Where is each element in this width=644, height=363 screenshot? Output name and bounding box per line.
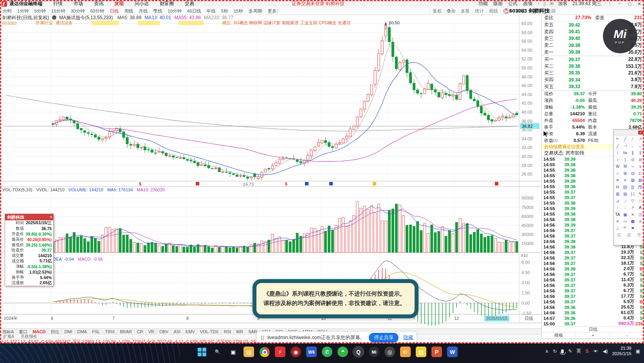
pen-icon[interactable]: ✎ xyxy=(568,348,572,354)
drawing-tool-icon[interactable]: ⊙ xyxy=(629,156,637,163)
login-notice[interactable]: 证券交易未登录 剑桥科技 xyxy=(292,0,345,7)
period-日线[interactable]: 日线 xyxy=(107,8,121,14)
menu-item-资讯[interactable]: 资讯 xyxy=(88,0,109,7)
indicator-tab-RSI[interactable]: RSI xyxy=(221,329,233,334)
tray-clock[interactable]: 21:392025/1/15 xyxy=(612,346,631,357)
drawing-tool-icon[interactable]: ▦ xyxy=(621,211,629,218)
concept-list[interactable]: 5G概念 物联网 边缘计算 智能家居 工业互联 CPO概念 光通信 xyxy=(234,20,351,26)
drawing-tool-icon[interactable]: |¶| xyxy=(637,184,644,191)
tool-统计[interactable]: 统计 xyxy=(472,8,486,14)
tool-叠加[interactable]: 叠加 xyxy=(444,8,458,14)
drawing-tool-icon[interactable]: ▧ xyxy=(637,177,644,184)
taskbar-icon-cam-app[interactable]: ◎ xyxy=(384,347,395,357)
indicator-tab-CR[interactable]: CR xyxy=(135,329,146,334)
hide-link[interactable]: 隐藏 xyxy=(403,334,413,341)
indicator-tab-WR[interactable]: WR xyxy=(234,329,246,334)
drawing-tool-icon[interactable]: ≀ xyxy=(614,156,621,163)
guest-label[interactable]: 游客 xyxy=(557,0,568,7)
drawing-tool-icon[interactable]: H xyxy=(614,184,621,191)
tray-sync-icon[interactable]: ↻ xyxy=(553,348,557,354)
drawing-tool-icon[interactable]: ↖ xyxy=(614,136,621,143)
period-更多〉[interactable]: 更多〉 xyxy=(265,8,284,14)
drawing-tool-icon[interactable]: ↑ xyxy=(614,204,621,211)
drawing-tool-icon[interactable]: ▤ xyxy=(621,191,629,198)
menu-item-财富圈[interactable]: 财富圈 xyxy=(154,0,179,7)
drawing-tool-icon[interactable]: ≡ xyxy=(621,177,629,184)
drawing-tool-icon[interactable]: ▽ xyxy=(629,198,637,205)
drawing-tools-palette[interactable]: × ↖╱∕↗╱⊣←↔↕№∥∥≀)⊙⊘WM∼∨∩⊞⊟⊏≋≡▨▧H||||||||¶… xyxy=(613,129,644,245)
tool-复权[interactable]: 复权 xyxy=(430,8,444,14)
maximize-button[interactable]: □ xyxy=(627,1,632,7)
palette-title-bar[interactable]: × xyxy=(614,130,644,136)
current-stock-tag[interactable]: R100 603083 剑桥科技 xyxy=(504,7,550,15)
taskbar-icon-red-app[interactable]: ◉ xyxy=(290,347,301,357)
drawing-tool-icon[interactable]: ▥ xyxy=(614,191,621,198)
drawing-tool-icon[interactable]: ∥ xyxy=(637,149,644,156)
period-5分钟[interactable]: 5分钟 xyxy=(31,8,48,14)
drawing-tool-icon[interactable]: ↗ xyxy=(637,136,644,143)
drawing-tool-icon[interactable]: ∕ xyxy=(629,136,637,143)
device-icon[interactable]: ▯ xyxy=(543,1,546,6)
menu-item-市场[interactable]: 市场 xyxy=(68,0,88,7)
buy-row[interactable]: 买四39.343.9万 xyxy=(542,76,644,83)
drawing-tool-icon[interactable] xyxy=(637,225,644,232)
drawing-tool-icon[interactable]: |||| xyxy=(621,184,629,191)
drawing-tool-icon[interactable]: ⊣ xyxy=(621,143,629,150)
drawing-tool-icon[interactable]: ∥ xyxy=(629,149,637,156)
palette-footer-平[interactable]: 平 xyxy=(634,232,644,238)
menu-item-行情[interactable]: 行情 xyxy=(48,0,68,7)
taskbar-icon-powerpoint[interactable]: P xyxy=(431,347,442,357)
drawing-tool-icon[interactable]: ∩ xyxy=(614,170,621,177)
drawing-tool-icon[interactable]: ▩ xyxy=(629,218,637,225)
period-5秒[interactable]: 5秒 xyxy=(218,8,231,14)
taskbar-icon-word[interactable]: W xyxy=(447,347,458,357)
period-年线[interactable]: 年线 xyxy=(204,8,218,14)
popup-close-button[interactable]: × xyxy=(50,214,52,220)
drawing-tool-icon[interactable]: ⚑ xyxy=(629,225,637,232)
period-15分钟[interactable]: 15分钟 xyxy=(49,8,68,14)
template-button[interactable]: 模板 xyxy=(542,332,576,338)
indicator-tab-EMV[interactable]: EMV xyxy=(183,329,198,334)
drawing-tool-icon[interactable]: ↗ xyxy=(629,204,637,211)
drawing-tool-icon[interactable]: ≡ xyxy=(614,218,621,225)
taskbar-icon-notes[interactable]: ▧ xyxy=(416,347,426,357)
period-1分钟[interactable]: 1分钟 xyxy=(14,8,31,14)
indicator-tab-DMA[interactable]: DMA xyxy=(75,329,90,334)
period-45日线[interactable]: 45日线 xyxy=(184,8,204,14)
drawing-tool-icon[interactable]: ↓ xyxy=(621,198,629,205)
menu-item-公式[interactable]: 公式 xyxy=(507,0,518,7)
indicator-tab-MACD[interactable]: MACD xyxy=(30,329,48,334)
menu-item-问小达[interactable]: 问小达 xyxy=(129,0,154,7)
menu-item-选项[interactable]: 选项 xyxy=(522,0,533,7)
microphone-icon[interactable] xyxy=(561,349,564,354)
indicator-tab-ASI[interactable]: ASI xyxy=(171,329,183,334)
indicator-tab-BRAR[interactable]: BRAR xyxy=(117,329,135,334)
period-30分钟[interactable]: 30分钟 xyxy=(68,8,88,14)
menu-item-发现[interactable]: 发现 xyxy=(109,0,129,7)
taskbar-icon-task-view[interactable]: ▣ xyxy=(228,347,238,357)
drawing-tool-icon[interactable]: № xyxy=(621,149,629,156)
menu-item-版面[interactable]: 版面 xyxy=(492,0,503,7)
period-季线[interactable]: 季线 xyxy=(150,8,165,14)
palette-footer-卖[interactable]: 卖 xyxy=(624,232,634,238)
indicator-tab-FSL[interactable]: FSL xyxy=(90,329,103,334)
drawing-tool-icon[interactable]: ⊥ xyxy=(614,225,621,232)
menu-item-功能[interactable]: 功能 xyxy=(478,0,489,7)
drawing-tool-icon[interactable]: □ xyxy=(637,198,644,205)
buy-row[interactable]: 买一39.3722.8万 xyxy=(542,56,644,63)
mail-icon[interactable]: ✉ xyxy=(550,1,553,6)
drawing-tool-icon[interactable]: ← xyxy=(629,143,637,150)
drawing-tool-icon[interactable]: ▭ xyxy=(621,218,629,225)
zoom-in-button[interactable]: + xyxy=(576,333,610,338)
minimize-button[interactable]: － xyxy=(616,0,623,7)
taskbar-icon-wechat[interactable]: ❝ xyxy=(337,347,348,357)
drawing-tool-icon[interactable]: TA xyxy=(614,211,621,218)
drawing-tool-icon[interactable]: W xyxy=(614,163,621,170)
period-周线[interactable]: 周线 xyxy=(121,8,136,14)
period-多周期[interactable]: 多周期 xyxy=(246,8,265,14)
menu-item-交易[interactable]: 交易 xyxy=(179,0,200,7)
period-10分钟[interactable]: 10分钟 xyxy=(165,8,184,14)
drawing-tool-icon[interactable]: ⊿ xyxy=(614,198,621,205)
indicator-tab-TRIX[interactable]: TRIX xyxy=(103,329,117,334)
close-button[interactable]: ✕ xyxy=(636,1,642,7)
